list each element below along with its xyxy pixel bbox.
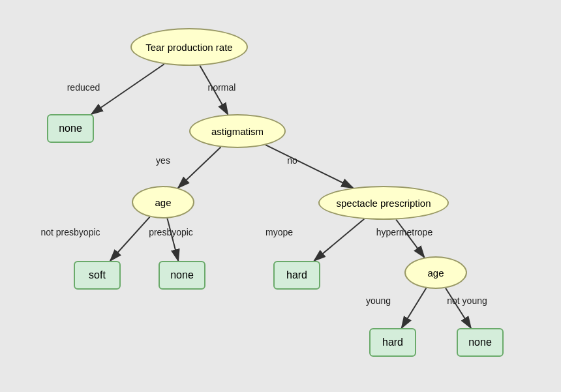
edge-label-hypermetrope: hypermetrope	[372, 227, 437, 237]
edge-label-myope: myope	[247, 227, 312, 237]
node-age1: age	[132, 186, 194, 219]
svg-line-6	[167, 219, 178, 261]
edge-label-not-presbyopic: not presbyopic	[38, 227, 103, 237]
node-none3: none	[457, 328, 504, 357]
svg-line-9	[402, 288, 427, 328]
edge-label-yes: yes	[130, 155, 196, 166]
node-soft: soft	[74, 261, 121, 290]
node-hard2: hard	[369, 328, 416, 357]
svg-line-7	[314, 219, 364, 261]
node-tear_production: Tear production rate	[130, 28, 248, 66]
svg-line-8	[396, 220, 425, 258]
svg-line-5	[110, 217, 150, 261]
node-none1: none	[47, 114, 94, 143]
edge-label-no: no	[260, 155, 325, 166]
edge-label-young: young	[346, 295, 411, 306]
edge-label-presbyopic: presbyopic	[138, 227, 204, 237]
svg-line-3	[178, 147, 221, 188]
svg-line-4	[265, 145, 353, 188]
tree-container: Tear production ratenoneastigmatismagesp…	[0, 0, 561, 392]
svg-line-10	[446, 288, 471, 328]
edge-label-not-young: not young	[434, 295, 500, 306]
edge-label-reduced: reduced	[51, 82, 116, 93]
node-spectacle: spectacle prescription	[318, 186, 449, 220]
edge-label-normal: normal	[189, 82, 254, 93]
node-none2: none	[159, 261, 205, 290]
node-astigmatism: astigmatism	[189, 114, 286, 148]
node-age2: age	[404, 256, 467, 289]
node-hard1: hard	[273, 261, 320, 290]
